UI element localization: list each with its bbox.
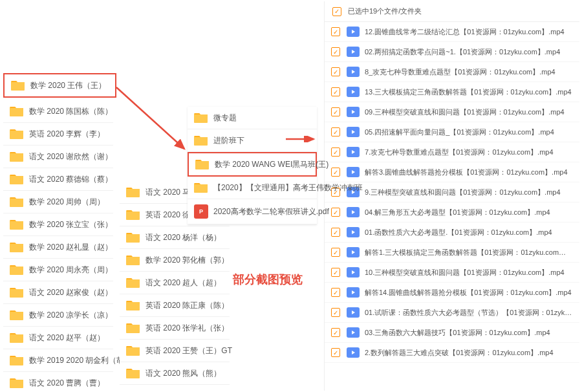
folder-item[interactable]: 数学 2020 陈国栋（陈）: [3, 100, 113, 123]
folder-item[interactable]: P2020高考数学二轮寒假班讲义.pdf: [188, 199, 317, 224]
folder-label: 微专题: [213, 113, 237, 124]
video-icon: [347, 47, 360, 57]
video-icon: [347, 287, 360, 298]
checkbox[interactable]: ✓: [331, 288, 340, 297]
file-row[interactable]: ✓解答1.三大模板搞定三角函数解答题【01资源网：01zyku.com】.mp4: [325, 243, 579, 263]
folder-icon: [10, 377, 24, 389]
folder-item[interactable]: 数学 2020 郭化楠（郭）: [120, 249, 230, 272]
checkbox[interactable]: ✓: [331, 228, 340, 237]
file-row[interactable]: ✓03.三角函数六大解题技巧【01资源网：01zyku.com】.mp4: [325, 323, 579, 343]
folder-icon: [10, 309, 24, 321]
folder-item[interactable]: 数学 2020 周永亮（周）: [3, 259, 113, 281]
file-row[interactable]: ✓12.圆锥曲线常考二级结论汇总【01资源网：01zyku.com】.mp4: [325, 22, 579, 42]
folder-item[interactable]: 英语 2020 张学礼（张）: [120, 317, 230, 340]
file-name: 01.试听课：函数性质六大必考题型（节选）【01资源网：01zyku.com】.…: [365, 308, 573, 318]
file-name: 8_攻克七种导数重难点题型【01资源网：01zyku.com】.mp4: [365, 67, 555, 77]
folder-label: 英语 2020 李辉（李）: [29, 129, 105, 140]
folder-item[interactable]: 微专题: [188, 107, 317, 129]
file-row[interactable]: ✓09.三种模型突破直线和圆问题【01资源网：01zyku.com】.mp4: [325, 102, 579, 122]
file-name: 01.函数性质六大必考题型.【01资源网：01zyku.com】.mp4: [365, 228, 552, 237]
folder-label: 数学 2020 王伟（王）: [30, 80, 106, 91]
file-name: 03.三角函数六大解题技巧【01资源网：01zyku.com】.mp4: [365, 328, 550, 338]
checkbox-all[interactable]: ✓: [332, 7, 341, 16]
folder-icon: [126, 345, 140, 356]
folder-icon: [126, 299, 140, 311]
file-row[interactable]: ✓9.三种模型突破直线和圆问题【01资源网：01zyku.com】.mp4: [325, 182, 579, 202]
folder-item[interactable]: 英语 2020 李辉（李）: [3, 123, 113, 146]
file-row[interactable]: ✓04.解三角形五大必考题型【01资源网：01zyku.com】.mp4: [325, 202, 579, 223]
folder-item[interactable]: 语文 2020 熊风（熊）: [120, 362, 230, 385]
file-row[interactable]: ✓8_攻克七种导数重难点题型【01资源网：01zyku.com】.mp4: [325, 62, 579, 82]
folder-label: 数学 2020 WANG WEI黑马班(王): [215, 159, 329, 170]
checkbox[interactable]: ✓: [331, 87, 340, 96]
folder-icon: [126, 254, 140, 266]
folder-item[interactable]: 数学 2020 张立宝（张）: [3, 213, 113, 236]
file-name: 10.三种模型突破直线和圆问题【01资源网：01zyku.com】.mp4: [365, 268, 565, 278]
checkbox[interactable]: ✓: [331, 67, 340, 76]
folder-item[interactable]: 语文 2020 谢欣然（谢）: [3, 146, 113, 168]
folder-list-1: 数学 2020 陈国栋（陈）英语 2020 李辉（李）语文 2020 谢欣然（谢…: [3, 100, 113, 392]
checkbox[interactable]: ✓: [331, 328, 340, 337]
file-header: ✓ 已选中19个文件/文件夹: [325, 1, 579, 22]
checkbox[interactable]: ✓: [331, 248, 340, 257]
file-row[interactable]: ✓2.数列解答题三大难点突破【01资源网：01zyku.com】.mp4: [325, 343, 579, 363]
folder-label: 2020高考数学二轮寒假班讲义.pdf: [213, 206, 329, 217]
file-row[interactable]: ✓解答14.圆锥曲线解答题抢分模板【01资源网：01zyku.com】.mp4: [325, 283, 579, 303]
folder-label: 数学 2020 周帅（周）: [29, 197, 105, 208]
folder-item[interactable]: 语文 2020 赵家俊（赵）: [3, 281, 113, 304]
file-row[interactable]: ✓10.三种模型突破直线和圆问题【01资源网：01zyku.com】.mp4: [325, 263, 579, 283]
checkbox[interactable]: ✓: [331, 147, 340, 157]
folder-item[interactable]: 语文 2020 蔡德锦（蔡）: [3, 168, 113, 191]
video-icon: [347, 267, 360, 278]
file-row[interactable]: ✓02.两招搞定函数零点问题~1.【01资源网：01zyku.com】.mp4: [325, 42, 579, 62]
checkbox[interactable]: ✓: [331, 308, 340, 317]
checkbox[interactable]: ✓: [331, 107, 340, 116]
folder-item[interactable]: 英语 2020 陈正康（陈）: [120, 294, 230, 317]
folder-item[interactable]: 语文 2020 赵平（赵）: [3, 327, 113, 349]
preview-label: 部分截图预览: [233, 272, 303, 287]
checkbox[interactable]: ✓: [331, 208, 340, 217]
video-icon: [347, 147, 360, 157]
pdf-icon: P: [194, 204, 208, 219]
video-icon: [347, 67, 360, 77]
video-icon: [347, 127, 360, 137]
checkbox[interactable]: ✓: [331, 127, 340, 136]
file-row[interactable]: ✓7.攻克七种导数重难点题型【01资源网：01zyku.com】.mp4: [325, 142, 579, 162]
folder-label: 语文 2020 曹腾（曹）: [29, 378, 105, 389]
folder-item[interactable]: 数学 2020 赵礼显（赵）: [3, 236, 113, 259]
file-name: 09.三种模型突破直线和圆问题【01资源网：01zyku.com】.mp4: [365, 107, 565, 117]
folder-item[interactable]: 数学 2020 周帅（周）: [3, 191, 113, 213]
folder-item[interactable]: 数学 2019 2020 胡金利（胡）: [3, 349, 113, 372]
folder-label: 数学 2020 郭化楠（郭）: [146, 255, 229, 266]
folder-label: 语文 2020 熊风（熊）: [146, 368, 221, 379]
checkbox[interactable]: ✓: [331, 268, 340, 277]
file-row[interactable]: ✓01.试听课：函数性质六大必考题型（节选）【01资源网：01zyku.com】…: [325, 303, 579, 323]
folder-item-highlighted[interactable]: 数学 2020 WANG WEI黑马班(王): [188, 152, 317, 177]
checkbox[interactable]: ✓: [331, 348, 340, 357]
folder-icon: [10, 354, 24, 366]
checkbox[interactable]: ✓: [331, 168, 340, 177]
video-icon: [347, 327, 360, 338]
file-row[interactable]: ✓01.函数性质六大必考题型.【01资源网：01zyku.com】.mp4: [325, 223, 579, 243]
folder-icon: [10, 105, 24, 117]
file-row[interactable]: ✓05.四招速解平面向量问题_【01资源网：01zyku.com】.mp4: [325, 122, 579, 142]
folder-item[interactable]: 【2020】【文理通用】高考王伟数学冲刺班: [188, 177, 317, 199]
folder-icon: [10, 241, 24, 253]
folder-icon: [126, 367, 140, 379]
checkbox[interactable]: ✓: [331, 47, 340, 56]
folder-item[interactable]: 语文 2020 超人（超）: [120, 272, 230, 294]
folder-icon: [10, 196, 24, 208]
folder-item[interactable]: 语文 2020 曹腾（曹）: [3, 372, 113, 392]
folder-label: 数学 2020 陈国栋（陈）: [29, 106, 113, 117]
folder-item[interactable]: 数学 2020 凉学长（凉）: [3, 304, 113, 327]
file-row[interactable]: ✓13.三大模板搞定三角函数解答题【01资源网：01zyku.com】.mp4: [325, 82, 579, 102]
folder-icon: [10, 151, 24, 162]
folder-item[interactable]: 语文 2020 杨洋（杨）: [120, 226, 230, 249]
folder-item[interactable]: 英语 2020 王赞（王）GT: [120, 340, 230, 362]
file-row[interactable]: ✓解答3.圆锥曲线解答题抢分模板【01资源网：01zyku.com】.mp4: [325, 162, 579, 182]
checkbox[interactable]: ✓: [331, 27, 340, 36]
folder-label: 英语 2020 王赞（王）GT: [146, 345, 232, 356]
folder-label: 语文 2020 谢欣然（谢）: [29, 151, 113, 162]
video-icon: [347, 307, 360, 318]
folder-item-highlighted[interactable]: 数学 2020 王伟（王）: [3, 73, 116, 98]
